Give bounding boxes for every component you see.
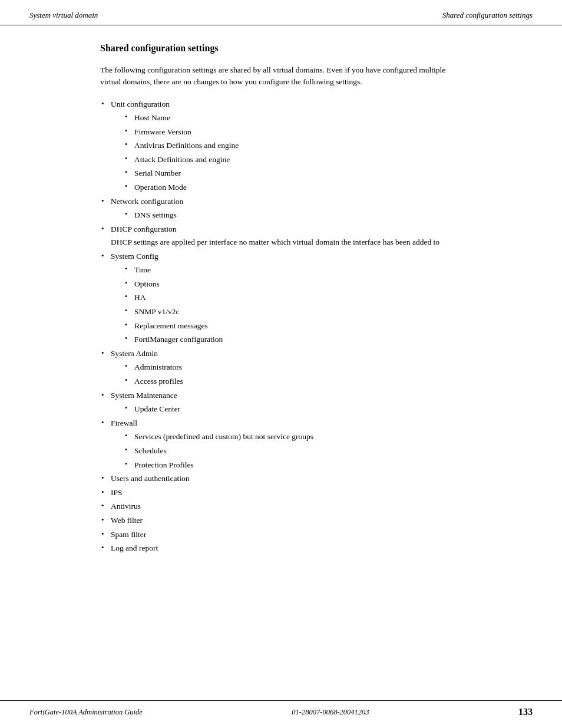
footer-page-number: 133 [518,707,533,717]
list-item: Schedules [124,444,533,457]
list-item: Users and authentication [100,472,533,485]
sub-bullet-list: Update Center [124,403,533,416]
list-item: Host Name [124,111,533,124]
list-item: Spam filter [100,528,533,541]
list-item: Unit configurationHost NameFirmware Vers… [100,98,533,194]
list-item: IPS [100,486,533,499]
list-item: Services (predefined and custom) but not… [124,430,533,443]
sub-bullet-list: DNS settings [124,209,533,222]
page-footer: FortiGate-100A Administration Guide 01-2… [0,700,562,717]
footer-center: 01-28007-0068-20041203 [292,708,369,717]
footer-left: FortiGate-100A Administration Guide [29,708,143,717]
list-item: DHCP configurationDHCP settings are appl… [100,223,533,249]
page-content: Shared configuration settings The follow… [0,25,562,574]
sub-bullet-list: AdministratorsAccess profiles [124,361,533,387]
list-item: Protection Profiles [124,459,533,472]
list-item: Administrators [124,361,533,374]
list-item: Network configurationDNS settings [100,195,533,222]
list-item: DNS settings [124,209,533,222]
dhcp-note: DHCP settings are applied per interface … [111,236,447,248]
list-item: Antivirus [100,500,533,513]
list-item: Options [124,278,533,291]
list-item: Replacement messages [124,319,533,332]
list-item: Update Center [124,403,533,416]
list-item: Time [124,263,533,276]
main-bullet-list: Unit configurationHost NameFirmware Vers… [100,98,533,555]
section-title: Shared configuration settings [100,43,533,54]
list-item: HA [124,291,533,304]
list-item: System AdminAdministratorsAccess profile… [100,347,533,388]
page-container: System virtual domain Shared configurati… [0,0,562,728]
list-item: Web filter [100,514,533,527]
list-item: Operation Mode [124,181,533,194]
sub-bullet-list: TimeOptionsHASNMP v1/v2cReplacement mess… [124,263,533,346]
list-item: Log and report [100,542,533,555]
list-item: Access profiles [124,375,533,388]
list-item: Firmware Version [124,126,533,139]
header-right: Shared configuration settings [442,11,533,20]
list-item: System ConfigTimeOptionsHASNMP v1/v2cRep… [100,250,533,346]
list-item: Antivirus Definitions and engine [124,139,533,152]
list-item: Serial Number [124,167,533,180]
list-item: FortiManager configuration [124,333,533,346]
list-item: System MaintenanceUpdate Center [100,389,533,416]
sub-bullet-list: Host NameFirmware VersionAntivirus Defin… [124,111,533,194]
sub-bullet-list: Services (predefined and custom) but not… [124,430,533,471]
page-header: System virtual domain Shared configurati… [0,0,562,25]
list-item: FirewallServices (predefined and custom)… [100,417,533,471]
intro-paragraph: The following configuration settings are… [100,64,465,88]
list-item: SNMP v1/v2c [124,305,533,318]
header-left: System virtual domain [29,11,98,20]
list-item: Attack Definitions and engine [124,153,533,166]
